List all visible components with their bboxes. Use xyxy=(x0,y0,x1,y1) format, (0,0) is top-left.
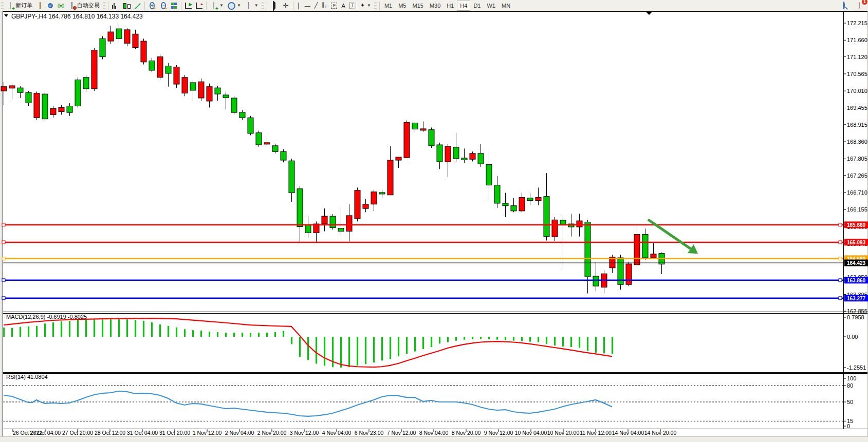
candle-body xyxy=(626,264,632,284)
candle-body xyxy=(297,189,303,227)
price-tick-label: 166.155 xyxy=(847,206,867,213)
templates-button[interactable]: ▼ xyxy=(243,1,261,11)
fibonacci-icon: F xyxy=(331,3,337,9)
price-tag-label: 163.860 xyxy=(847,278,866,283)
cursor-button[interactable] xyxy=(269,1,280,11)
candle-body xyxy=(231,98,237,112)
date-label: 10 Nov 04:00 xyxy=(515,430,547,436)
chart-shift-icon: + xyxy=(196,3,202,9)
bar-chart-button[interactable] xyxy=(110,1,121,11)
line-handle[interactable] xyxy=(839,223,842,226)
timeframe-w1[interactable]: W1 xyxy=(484,1,498,11)
community-button[interactable] xyxy=(46,1,55,11)
candlestick-chart-icon xyxy=(123,2,131,9)
line-handle[interactable] xyxy=(839,297,842,300)
macd-tick-label: -1.2551 xyxy=(847,364,866,371)
open-chart-button[interactable] xyxy=(34,1,46,11)
chart-window[interactable]: 172.215171.660171.120170.565170.010169.4… xyxy=(0,0,868,442)
channel-button[interactable]: ∥E xyxy=(320,1,329,11)
candle-body xyxy=(486,164,492,185)
line-handle[interactable] xyxy=(2,279,5,282)
candlestick-chart-button[interactable] xyxy=(121,1,133,11)
candle-body xyxy=(157,57,163,78)
rsi-label: RSI(14) 41.0804 xyxy=(6,374,48,380)
indicators-button[interactable]: +▼ xyxy=(208,1,226,11)
signals-button[interactable]: ((●)) xyxy=(55,1,66,11)
trendline-button[interactable]: ╱ xyxy=(312,1,320,11)
rsi-tick-label: 50 xyxy=(847,399,853,405)
candle-body xyxy=(305,225,311,233)
candle-body xyxy=(248,118,253,133)
chart-shift-button[interactable]: + xyxy=(194,1,205,11)
timeframe-m5[interactable]: M5 xyxy=(395,1,409,11)
periods-icon xyxy=(228,2,235,9)
templates-icon xyxy=(245,2,252,9)
candle-body xyxy=(461,158,467,160)
text-label-button[interactable]: T xyxy=(347,1,358,11)
zoom-in-button[interactable]: + xyxy=(146,1,158,11)
date-label: 2 Nov 04:00 xyxy=(225,430,254,436)
tile-windows-button[interactable] xyxy=(169,1,179,11)
vertical-line-button[interactable]: │ xyxy=(295,1,303,11)
candle-body xyxy=(100,39,105,56)
date-label: 14 Nov 04:00 xyxy=(612,430,644,436)
periods-button[interactable]: ▼ xyxy=(226,1,243,11)
candle-body xyxy=(174,67,179,84)
timeframe-m30[interactable]: M30 xyxy=(427,1,444,11)
timeframe-mn[interactable]: MN xyxy=(498,1,513,11)
arrows-button[interactable]: ✦▼ xyxy=(358,1,373,11)
candle-body xyxy=(165,66,171,73)
date-label: 9 Nov 12:00 xyxy=(484,430,513,436)
price-tick-label: 168.360 xyxy=(847,139,867,145)
date-label: 7 Nov 12:00 xyxy=(387,430,416,436)
notifications-button[interactable]: 1 xyxy=(854,1,865,11)
date-label: 27 Oct 04:00 xyxy=(30,430,61,436)
timeframe-d1[interactable]: D1 xyxy=(470,1,484,11)
line-handle[interactable] xyxy=(2,257,5,260)
line-handle[interactable] xyxy=(839,279,842,282)
new-order-button[interactable]: + 新订单 xyxy=(5,1,34,11)
line-handle[interactable] xyxy=(839,257,842,260)
timeframe-h1[interactable]: H1 xyxy=(444,1,457,11)
text-icon: A xyxy=(341,3,345,9)
line-chart-icon xyxy=(135,4,141,9)
price-tick-label: 170.565 xyxy=(847,71,867,77)
line-handle[interactable] xyxy=(2,297,5,300)
line-handle[interactable] xyxy=(839,241,842,244)
timeframe-m15[interactable]: M15 xyxy=(409,1,426,11)
zoom-out-button[interactable]: − xyxy=(158,1,169,11)
notification-badge: 1 xyxy=(862,0,867,5)
candle-body xyxy=(50,108,56,114)
candle-body xyxy=(453,147,459,159)
candle-body xyxy=(281,151,286,160)
chart-title: GBPJPY-,H4 164.786 164.810 164.133 164.4… xyxy=(11,13,143,20)
candle-body xyxy=(634,234,640,264)
autotrade-button[interactable]: 自动交易 xyxy=(66,1,102,11)
candle-body xyxy=(272,146,278,151)
arrows-icon: ✦ xyxy=(360,2,365,9)
horizontal-line-button[interactable]: — xyxy=(303,1,312,11)
candle-body xyxy=(503,203,508,206)
trendline-icon: ╱ xyxy=(315,2,318,9)
line-handle[interactable] xyxy=(2,223,5,226)
line-chart-button[interactable] xyxy=(133,1,143,11)
autotrade-icon xyxy=(68,2,76,9)
candle-body xyxy=(577,221,582,227)
timeframe-m1[interactable]: M1 xyxy=(381,1,395,11)
line-handle[interactable] xyxy=(2,241,5,244)
text-button[interactable]: A xyxy=(339,1,347,11)
crosshair-button[interactable]: ✛ xyxy=(280,1,291,11)
candle-body xyxy=(346,216,352,232)
timeframe-h4[interactable]: H4 xyxy=(457,1,470,11)
candle-body xyxy=(544,197,549,237)
date-label: 4 Nov 04:00 xyxy=(322,430,352,436)
search-button[interactable] xyxy=(838,1,849,11)
price-tick-label: 169.455 xyxy=(847,105,867,111)
candle-body xyxy=(429,130,434,146)
candle-body xyxy=(1,87,7,91)
candle-body xyxy=(527,198,533,201)
auto-scroll-button[interactable]: ▶ xyxy=(183,1,194,11)
candle-body xyxy=(133,34,138,47)
candle-body xyxy=(289,161,294,193)
fibonacci-button[interactable]: F xyxy=(329,1,339,11)
